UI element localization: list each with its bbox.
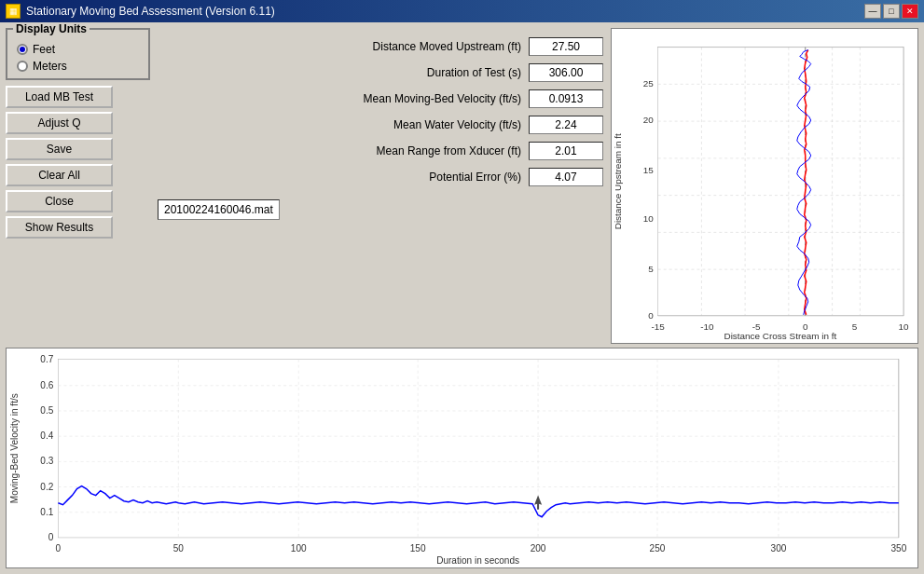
app-icon: ▦ (6, 4, 21, 19)
mean-range-label: Mean Range from Xducer (ft) (158, 144, 529, 157)
svg-text:5: 5 (648, 264, 654, 274)
svg-text:0.6: 0.6 (40, 380, 53, 390)
filename-row: 20100224160046.mat (158, 203, 603, 216)
potential-error-value: 4.07 (529, 168, 603, 186)
mean-water-value: 2.24 (529, 116, 603, 134)
scatter-x-label: Distance Cross Stream in ft (724, 331, 837, 341)
svg-text:100: 100 (291, 543, 307, 554)
svg-rect-30 (58, 360, 898, 538)
distance-moved-row: Distance Moved Upstream (ft) 27.50 (158, 37, 603, 56)
window-controls: — □ ✕ (864, 4, 918, 19)
radio-feet[interactable]: Feet (17, 43, 139, 56)
mean-range-value: 2.01 (529, 142, 603, 160)
svg-text:0.2: 0.2 (40, 482, 53, 492)
radio-feet-label: Feet (33, 43, 55, 56)
svg-text:250: 250 (650, 543, 666, 554)
svg-text:0: 0 (648, 310, 654, 321)
svg-text:0.4: 0.4 (40, 431, 53, 442)
scatter-chart: -15 -10 -5 0 5 10 0 5 10 15 20 25 Distan… (612, 29, 917, 343)
main-content: Display Units Feet Meters Load MB Test A… (0, 22, 924, 574)
potential-error-label: Potential Error (%) (158, 171, 529, 184)
line-chart: 0 0.1 0.2 0.3 0.4 0.5 0.6 0.7 0 50 100 1… (7, 348, 917, 567)
title-bar: ▦ Stationary Moving Bed Assessment (Vers… (0, 0, 924, 22)
svg-text:350: 350 (890, 543, 906, 554)
mean-range-row: Mean Range from Xducer (ft) 2.01 (158, 142, 603, 160)
svg-text:10: 10 (643, 213, 655, 224)
mean-moving-bed-row: Mean Moving-Bed Velocity (ft/s) 0.0913 (158, 89, 603, 108)
distance-moved-value: 27.50 (529, 37, 603, 56)
svg-text:150: 150 (410, 543, 426, 554)
show-results-button[interactable]: Show Results (6, 216, 113, 239)
radio-group: Feet Meters (17, 43, 139, 73)
svg-text:25: 25 (643, 78, 655, 89)
window-title: Stationary Moving Bed Assessment (Versio… (26, 5, 275, 18)
mean-moving-bed-label: Mean Moving-Bed Velocity (ft/s) (158, 92, 529, 105)
scatter-y-label: Distance Upstream in ft (613, 133, 623, 229)
duration-label: Duration of Test (s) (158, 66, 529, 79)
buttons-group: Load MB Test Adjust Q Save Clear All Clo… (6, 86, 150, 239)
display-units-label: Display Units (13, 22, 90, 35)
svg-text:0.1: 0.1 (40, 507, 53, 517)
duration-row: Duration of Test (s) 306.00 (158, 63, 603, 82)
svg-text:0: 0 (48, 532, 54, 542)
line-y-label: Moving-Bed Velocity in ft/s (9, 394, 20, 504)
radio-feet-circle[interactable] (17, 44, 28, 55)
radio-meters[interactable]: Meters (17, 60, 139, 73)
svg-text:0.7: 0.7 (40, 354, 53, 364)
svg-text:-10: -10 (700, 321, 714, 332)
svg-text:20: 20 (643, 115, 655, 125)
svg-text:0.5: 0.5 (40, 405, 53, 416)
svg-text:15: 15 (643, 165, 655, 175)
display-units-box: Display Units Feet Meters (6, 28, 150, 80)
filename-display: 20100224160046.mat (158, 199, 280, 220)
mean-water-row: Mean Water Velocity (ft/s) 2.24 (158, 116, 603, 134)
close-window-button[interactable]: ✕ (902, 4, 918, 19)
potential-error-row: Potential Error (%) 4.07 (158, 168, 603, 186)
mean-moving-bed-value: 0.0913 (529, 89, 603, 108)
svg-rect-1 (658, 48, 903, 316)
svg-text:10: 10 (899, 321, 910, 332)
minimize-button[interactable]: — (864, 4, 881, 19)
top-section: Display Units Feet Meters Load MB Test A… (6, 28, 918, 344)
line-x-label: Duration in seconds (436, 555, 519, 566)
clear-all-button[interactable]: Clear All (6, 164, 113, 186)
distance-moved-label: Distance Moved Upstream (ft) (158, 40, 529, 53)
duration-value: 306.00 (529, 63, 603, 82)
bottom-chart-panel: 0 0.1 0.2 0.3 0.4 0.5 0.6 0.7 0 50 100 1… (6, 348, 918, 568)
svg-text:-15: -15 (652, 321, 666, 332)
svg-text:200: 200 (531, 543, 546, 554)
mean-water-label: Mean Water Velocity (ft/s) (158, 118, 529, 131)
svg-text:5: 5 (852, 321, 858, 332)
svg-text:0.3: 0.3 (40, 457, 53, 467)
middle-panel: Distance Moved Upstream (ft) 27.50 Durat… (158, 28, 603, 344)
radio-meters-label: Meters (33, 60, 67, 73)
adjust-q-button[interactable]: Adjust Q (6, 112, 113, 134)
left-panel: Display Units Feet Meters Load MB Test A… (6, 28, 150, 344)
svg-text:300: 300 (771, 543, 787, 554)
close-button[interactable]: Close (6, 190, 113, 212)
maximize-button[interactable]: □ (883, 4, 900, 19)
svg-text:50: 50 (173, 543, 185, 554)
svg-text:0: 0 (56, 543, 62, 554)
load-mb-test-button[interactable]: Load MB Test (6, 86, 113, 108)
radio-meters-circle[interactable] (17, 61, 28, 72)
save-button[interactable]: Save (6, 138, 113, 160)
scatter-chart-panel: -15 -10 -5 0 5 10 0 5 10 15 20 25 Distan… (611, 28, 918, 344)
